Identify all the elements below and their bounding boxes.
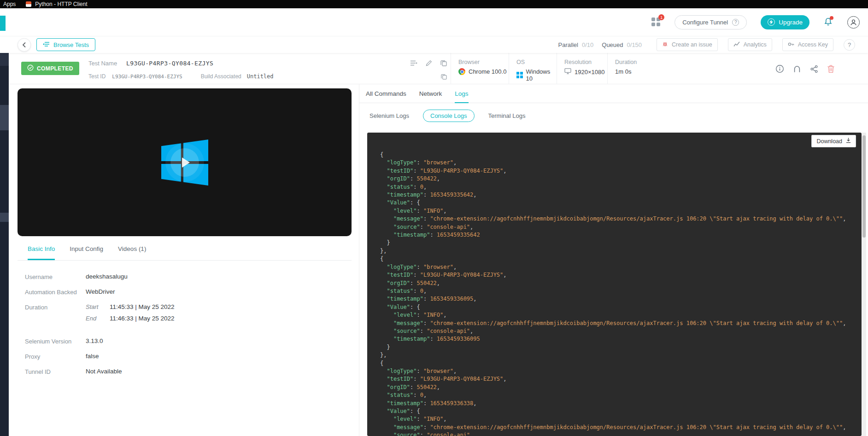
brand-logo[interactable] [0,16,6,31]
tunnel-id-value: Not Available [86,368,122,375]
os-column: OS Windows 10 [509,53,557,84]
browse-tests-button[interactable]: Browse Tests [36,38,95,51]
analytics-chart-icon [733,41,740,48]
tunnel-help-icon[interactable]: ? [732,19,739,26]
tab-network[interactable]: Network [419,84,442,103]
proxy-value: false [86,353,99,360]
username-label: Username [25,273,86,280]
apps-menu[interactable]: Apps [3,1,16,7]
copy-test-id-icon[interactable] [441,74,447,80]
os-value: Windows 10 [526,68,557,82]
info-row-username: Username deekshasalugu [25,273,352,280]
key-icon [788,41,794,48]
test-detail-panel: Basic Info Input Config Videos (1) Usern… [18,88,352,383]
tab-all-commands[interactable]: All Commands [366,84,406,103]
share-icon[interactable] [810,65,818,73]
access-key-label: Access Key [798,41,828,48]
duration-label: Duration [615,59,676,65]
scrollbar-thumb[interactable] [862,135,866,238]
console-log-viewer[interactable]: Download { "logType": "browser", "testID… [367,133,862,436]
start-value: 11:45:33 | May 25 2022 [110,303,175,310]
test-name-value: L93GU-P4RP3-QY084-EZJYS [126,60,213,67]
check-circle-icon [27,64,34,72]
test-id-value: L93GU-P4RP3-QY084-EZJYS [112,74,182,80]
monitor-icon [564,68,571,76]
duration-info-label: Duration [25,303,86,326]
browser-value: Chrome 100.0 [469,68,506,75]
hook-icon[interactable] [793,65,801,73]
http-client-app-icon [26,1,31,7]
bell-alert-dot [830,16,833,20]
play-button[interactable] [170,148,199,177]
status-badge: COMPLETED [21,62,79,75]
upgrade-button[interactable]: Upgrade [761,15,809,29]
tab-videos[interactable]: Videos (1) [118,245,146,260]
test-list-icon [43,41,49,48]
automation-backed-value: WebDriver [86,288,115,296]
user-avatar[interactable] [847,16,860,29]
tab-logs[interactable]: Logs [455,84,468,103]
configure-tunnel-label: Configure Tunnel [682,19,728,26]
browse-tests-label: Browse Tests [53,41,89,48]
info-row-proxy: Proxy false [25,353,352,360]
tab-basic-info[interactable]: Basic Info [28,245,55,260]
download-label: Download [816,138,842,145]
subtab-terminal-logs[interactable]: Terminal Logs [488,112,526,119]
video-player[interactable] [18,88,352,236]
subtab-selenium-logs[interactable]: Selenium Logs [369,112,409,119]
test-steps-list-icon[interactable] [411,60,417,66]
apps-notification-badge: 1 [658,14,664,20]
chrome-icon [458,68,465,75]
app-tab-title: Python - HTTP Client [35,1,87,7]
queued-value: 0/150 [627,41,642,48]
play-icon [182,157,190,168]
info-row-duration: Duration Start 11:45:33 | May 25 2022 En… [25,303,352,326]
info-circle-icon[interactable] [775,64,784,73]
edit-pencil-icon[interactable] [426,60,432,66]
console-scrollbar[interactable] [862,133,866,436]
build-associated-value: Untitled [247,73,274,80]
resolution-label: Resolution [564,59,607,65]
left-nav-rail[interactable] [0,53,9,436]
proxy-label: Proxy [25,353,86,360]
bug-icon [662,41,668,48]
windows-icon [516,72,523,78]
test-actions [775,64,835,73]
create-issue-button[interactable]: Create an issue [657,38,718,51]
os-label: OS [516,59,557,65]
test-name-label: Test Name [88,60,126,67]
bolt-icon [768,18,775,26]
secondary-toolbar: Browse Tests Parallel 0/10 Queued 0/150 … [0,36,868,53]
build-associated-label: Build Associated [201,73,241,80]
apps-grid-icon[interactable]: 1 [651,17,661,27]
download-icon [846,138,851,145]
logs-panel: All Commands Network Logs Selenium Logs … [359,84,868,436]
quota-status: Parallel 0/10 Queued 0/150 [558,41,646,48]
upgrade-label: Upgrade [779,19,803,26]
download-logs-button[interactable]: Download [811,135,856,147]
selenium-version-value: 3.13.0 [86,337,103,345]
copy-test-name-icon[interactable] [440,60,447,66]
status-label: COMPLETED [37,65,73,72]
toolbar-right-group: Parallel 0/10 Queued 0/150 Create an iss… [558,38,855,51]
configure-tunnel-button[interactable]: Configure Tunnel ? [674,15,747,29]
back-button[interactable] [18,38,31,52]
analytics-button[interactable]: Analytics [728,38,772,51]
subtab-console-logs[interactable]: Console Logs [423,110,475,122]
automation-backed-label: Automation Backed [25,288,86,296]
end-label: End [86,315,110,322]
test-id-label: Test ID [88,73,106,80]
delete-test-icon[interactable] [827,65,835,73]
rail-active-item[interactable] [0,105,9,130]
access-key-button[interactable]: Access Key [782,38,833,51]
queued-label: Queued [602,41,623,48]
duration-value: 1m 0s [615,68,631,75]
rail-segment-top[interactable] [0,53,9,66]
tab-input-config[interactable]: Input Config [70,245,103,260]
notifications-bell-icon[interactable] [823,17,833,27]
rail-item[interactable] [0,213,9,222]
duration-column: Duration 1m 0s [607,53,676,84]
app-tab-python-http-client[interactable]: Python - HTTP Client [26,1,87,7]
info-row-tunnel-id: Tunnel ID Not Available [25,368,352,375]
help-button[interactable]: ? [844,39,855,51]
